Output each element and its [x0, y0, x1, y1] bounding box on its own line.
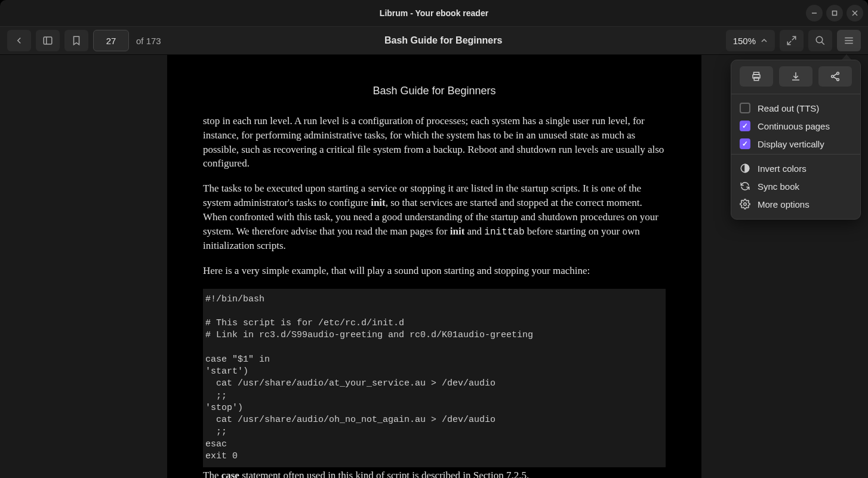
svg-line-7 [787, 41, 791, 45]
close-button[interactable] [847, 5, 863, 21]
menu-button[interactable] [837, 30, 861, 51]
svg-rect-4 [44, 37, 52, 44]
contrast-icon [740, 163, 750, 174]
option-label: Continuous pages [758, 121, 830, 131]
paragraph: The case statement often used in this ki… [203, 468, 666, 478]
checkbox-icon [740, 103, 750, 113]
invert-colors-option[interactable]: Invert colors [731, 159, 860, 177]
option-label: Display vertically [758, 139, 824, 149]
paragraph: The tasks to be executed upon starting a… [203, 181, 666, 253]
print-button[interactable] [740, 66, 773, 87]
display-vertically-option[interactable]: Display vertically [731, 135, 860, 153]
svg-line-9 [821, 42, 824, 45]
page-content: Bash Guide for Beginners stop in each ru… [167, 55, 701, 478]
panel-separator [731, 94, 860, 94]
option-label: More options [758, 199, 809, 209]
code-block: #!/bin/bash # This script is for /etc/rc… [203, 289, 666, 468]
checkbox-icon [740, 121, 750, 131]
option-label: Sync book [758, 181, 799, 192]
page-number-input[interactable] [93, 30, 129, 51]
share-button[interactable] [818, 66, 852, 87]
panel-separator [731, 154, 860, 155]
page-total-label: of 173 [136, 36, 161, 46]
gear-icon [740, 199, 750, 209]
svg-rect-1 [833, 11, 837, 16]
download-button[interactable] [779, 66, 812, 87]
paragraph: stop in each run level. A run level is a… [203, 114, 666, 171]
panel-caret-icon [842, 54, 851, 60]
book-title: Bash Guide for Beginners [166, 35, 721, 46]
svg-line-6 [792, 36, 796, 40]
minimize-button[interactable] [806, 5, 823, 21]
option-label: Read out (TTS) [758, 103, 819, 113]
zoom-dropdown[interactable]: 150% [726, 30, 775, 51]
app-window: Librum - Your ebook reader of 173 Bash G… [0, 0, 868, 478]
sync-icon [740, 181, 750, 192]
checkbox-icon [740, 138, 750, 149]
svg-line-21 [833, 77, 837, 79]
section-link[interactable]: Section 7.2.5 [473, 470, 527, 478]
titlebar: Librum - Your ebook reader [0, 0, 868, 26]
paragraph: Here is a very simple example, that will… [203, 264, 666, 278]
sidebar-toggle-button[interactable] [36, 30, 60, 51]
page-header: Bash Guide for Beginners [203, 85, 666, 97]
window-title: Librum - Your ebook reader [380, 8, 488, 18]
window-controls [806, 5, 863, 21]
chevron-up-icon [761, 37, 768, 44]
svg-line-20 [833, 74, 837, 76]
svg-point-23 [744, 203, 747, 206]
zoom-value: 150% [733, 36, 756, 46]
fullscreen-button[interactable] [780, 30, 804, 51]
back-button[interactable] [7, 30, 31, 51]
more-options[interactable]: More options [731, 195, 860, 213]
continuous-pages-option[interactable]: Continuous pages [731, 117, 860, 135]
bookmark-button[interactable] [64, 30, 88, 51]
search-button[interactable] [808, 30, 832, 51]
tts-option[interactable]: Read out (TTS) [731, 99, 860, 117]
option-label: Invert colors [758, 164, 807, 174]
toolbar: of 173 Bash Guide for Beginners 150% [0, 26, 868, 55]
sync-book-option[interactable]: Sync book [731, 177, 860, 195]
options-panel: Read out (TTS) Continuous pages Display … [731, 60, 861, 220]
svg-point-8 [816, 36, 823, 43]
maximize-button[interactable] [826, 5, 843, 21]
page-canvas[interactable]: Bash Guide for Beginners stop in each ru… [167, 55, 701, 478]
